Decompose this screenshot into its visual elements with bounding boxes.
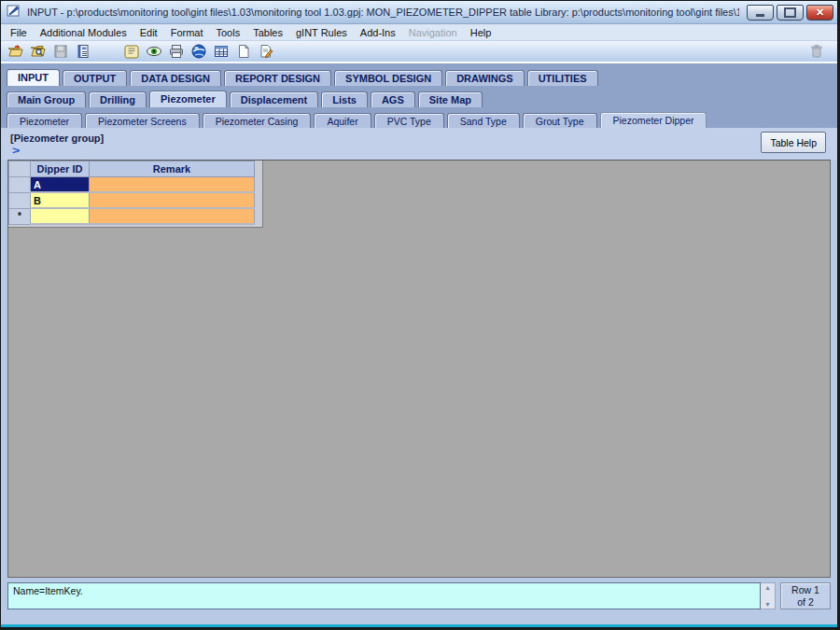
folder-search-icon[interactable] [29, 43, 48, 61]
grid-row-b: B [9, 192, 255, 208]
tab-symbol-design[interactable]: SYMBOL DESIGN [334, 70, 442, 86]
column-header-remark[interactable]: Remark [90, 161, 255, 177]
grid-row-a: A [9, 177, 255, 193]
grid-header-row: Dipper ID Remark [9, 161, 255, 177]
save-disk-icon[interactable] [51, 43, 70, 61]
table-header-panel: [Piezometer group] > Table Help [1, 128, 837, 160]
tab-piezometer-screens[interactable]: Piezometer Screens [85, 113, 200, 128]
piezometer-dipper-grid: Dipper ID Remark A B * [8, 161, 255, 225]
close-button[interactable]: ✕ [806, 5, 833, 21]
tab-data-design[interactable]: DATA DESIGN [130, 70, 221, 86]
tab-input[interactable]: INPUT [7, 69, 60, 86]
grid-container: Dipper ID Remark A B * [8, 161, 263, 228]
grid-corner-cell[interactable] [9, 161, 31, 177]
trash-icon[interactable] [807, 43, 826, 61]
field-description-box: Name=ItemKey. [7, 582, 761, 609]
cell-dipper-id-new[interactable] [31, 208, 90, 224]
printer-icon[interactable] [167, 43, 186, 61]
tab-main-group[interactable]: Main Group [7, 91, 86, 107]
row-counter: Row 1 of 2 [780, 582, 831, 609]
row-selector[interactable] [9, 177, 31, 193]
tab-report-design[interactable]: REPORT DESIGN [224, 70, 331, 86]
grid-workspace: Dipper ID Remark A B * [7, 160, 831, 578]
module-tab-bar: INPUT OUTPUT DATA DESIGN REPORT DESIGN S… [1, 63, 837, 86]
menu-format[interactable]: Format [164, 26, 210, 39]
cell-dipper-id-selected[interactable]: A [31, 177, 90, 193]
group-caption: [Piezometer group] [10, 133, 104, 144]
menu-tools[interactable]: Tools [210, 26, 247, 39]
menu-help[interactable]: Help [464, 26, 498, 39]
menu-add-ins[interactable]: Add-Ins [354, 26, 402, 39]
tab-sand-type[interactable]: Sand Type [447, 113, 520, 128]
scroll-down-icon[interactable]: ▼ [761, 600, 775, 609]
cell-remark[interactable] [90, 177, 255, 193]
tab-piezometer-dipper[interactable]: Piezometer Dipper [600, 112, 707, 128]
row-counter-line1: Row 1 [781, 584, 830, 596]
minimize-icon [756, 14, 764, 17]
tab-drilling[interactable]: Drilling [89, 91, 147, 107]
report-binder-icon[interactable] [74, 43, 92, 61]
menu-tables[interactable]: Tables [246, 26, 289, 39]
tab-drawings[interactable]: DRAWINGS [445, 70, 525, 86]
open-folder-icon[interactable] [7, 43, 25, 61]
tab-pvc-type[interactable]: PVC Type [374, 113, 444, 128]
app-icon [7, 3, 21, 21]
maximize-button[interactable] [777, 5, 804, 21]
menu-file[interactable]: File [4, 26, 34, 39]
app-window: INPUT - p:\products\monitoring tool\gint… [0, 0, 838, 628]
status-bar: Name=ItemKey. ▲ ▼ Row 1 of 2 [1, 578, 837, 613]
cell-dipper-id[interactable]: B [31, 192, 90, 208]
menu-edit[interactable]: Edit [133, 26, 164, 39]
tab-utilities[interactable]: UTILITIES [527, 70, 598, 86]
tab-lists[interactable]: Lists [321, 91, 368, 107]
new-row-selector[interactable]: * [9, 208, 31, 224]
maximize-icon [784, 7, 796, 18]
menu-bar: File Additional Modules Edit Format Tool… [1, 24, 837, 41]
grid-new-row: * [9, 208, 255, 224]
title-bar: INPUT - p:\products\monitoring tool\gint… [1, 1, 837, 24]
scroll-up-icon[interactable]: ▲ [761, 583, 775, 592]
tab-grout-type[interactable]: Grout Type [523, 113, 597, 128]
menu-navigation: Navigation [402, 26, 464, 39]
description-scrollbar[interactable]: ▲ ▼ [761, 582, 776, 609]
minimize-button[interactable] [747, 5, 774, 21]
cell-remark[interactable] [90, 192, 255, 208]
blank-page-icon[interactable] [234, 43, 253, 61]
row-selector[interactable] [9, 192, 31, 208]
tab-output[interactable]: OUTPUT [63, 70, 127, 86]
window-title: INPUT - p:\products\monitoring tool\gint… [27, 7, 739, 18]
toolbar [1, 41, 837, 63]
table-help-button[interactable]: Table Help [761, 132, 826, 153]
table-tab-bar: Piezometer Piezometer Screens Piezometer… [1, 107, 837, 128]
scroll-script-icon[interactable] [122, 43, 141, 61]
tab-piezometer-casing[interactable]: Piezometer Casing [203, 113, 312, 128]
bottom-frame [1, 613, 837, 627]
page-pen-icon[interactable] [257, 43, 275, 61]
tab-displacement[interactable]: Displacement [230, 91, 319, 107]
tab-ags[interactable]: AGS [371, 91, 415, 107]
row-counter-line2: of 2 [781, 596, 830, 609]
preview-eye-icon[interactable] [145, 43, 163, 61]
close-icon: ✕ [816, 7, 824, 18]
tab-site-map[interactable]: Site Map [418, 91, 483, 107]
tab-piezometer[interactable]: Piezometer [7, 113, 82, 128]
tab-aquifer[interactable]: Aquifer [314, 113, 371, 128]
column-header-dipper-id[interactable]: Dipper ID [31, 161, 90, 177]
menu-gint-rules[interactable]: gINT Rules [289, 26, 354, 39]
table-grid-icon[interactable] [212, 43, 231, 61]
cell-remark-new[interactable] [90, 208, 255, 224]
group-tab-bar: Main Group Drilling Piezometer Displacem… [1, 86, 837, 107]
menu-additional-modules[interactable]: Additional Modules [34, 26, 133, 39]
tab-piezometer-group[interactable]: Piezometer [149, 91, 227, 107]
globe-icon[interactable] [189, 43, 208, 61]
expand-chevron-icon[interactable]: > [12, 145, 20, 156]
field-description-text: Name=ItemKey. [13, 585, 83, 596]
